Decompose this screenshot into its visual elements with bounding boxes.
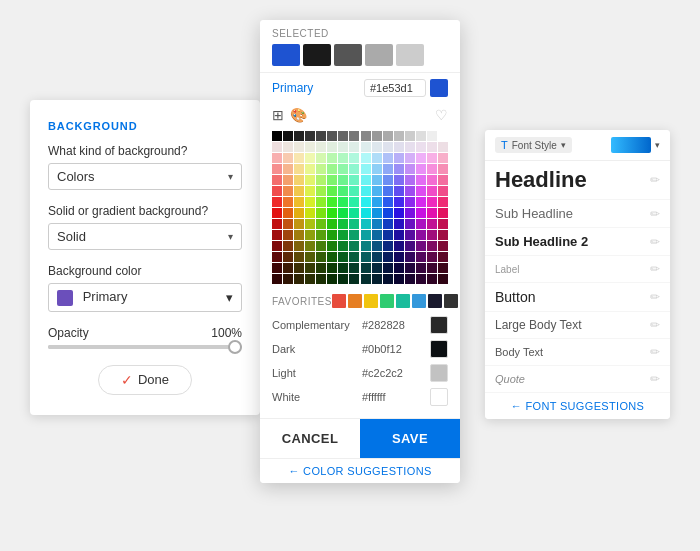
color-cell[interactable]	[294, 175, 304, 185]
color-cell[interactable]	[383, 186, 393, 196]
color-cell[interactable]	[316, 252, 326, 262]
color-cell[interactable]	[327, 252, 337, 262]
color-cell[interactable]	[427, 219, 437, 229]
color-cell[interactable]	[427, 153, 437, 163]
save-button[interactable]: SAVE	[360, 419, 460, 458]
color-cell[interactable]	[383, 230, 393, 240]
color-cell[interactable]	[416, 142, 426, 152]
color-cell[interactable]	[283, 142, 293, 152]
color-cell[interactable]	[283, 175, 293, 185]
done-button[interactable]: ✓ Done	[98, 365, 192, 395]
cancel-button[interactable]: CANCEL	[260, 419, 360, 458]
fav-blue[interactable]	[412, 294, 426, 308]
color-cell[interactable]	[272, 175, 282, 185]
color-cell[interactable]	[338, 219, 348, 229]
color-cell[interactable]	[294, 186, 304, 196]
heart-icon[interactable]: ♡	[435, 107, 448, 123]
color-cell[interactable]	[316, 175, 326, 185]
color-cell[interactable]	[349, 241, 359, 251]
color-cell[interactable]	[383, 142, 393, 152]
color-cell[interactable]	[305, 252, 315, 262]
color-cell[interactable]	[427, 208, 437, 218]
color-cell[interactable]	[327, 186, 337, 196]
color-cell[interactable]	[438, 153, 448, 163]
color-cell[interactable]	[427, 142, 437, 152]
opacity-slider[interactable]	[48, 345, 242, 349]
color-cell[interactable]	[338, 153, 348, 163]
color-cell[interactable]	[405, 186, 415, 196]
color-cell[interactable]	[294, 153, 304, 163]
hex-input[interactable]	[364, 79, 426, 97]
color-cell[interactable]	[327, 230, 337, 240]
color-cell[interactable]	[394, 131, 404, 141]
color-cell[interactable]	[283, 197, 293, 207]
color-cell[interactable]	[405, 230, 415, 240]
color-cell[interactable]	[361, 208, 371, 218]
color-cell[interactable]	[283, 230, 293, 240]
color-cell[interactable]	[316, 153, 326, 163]
color-cell[interactable]	[383, 175, 393, 185]
color-cell[interactable]	[427, 175, 437, 185]
color-cell[interactable]	[349, 142, 359, 152]
color-cell[interactable]	[361, 274, 371, 284]
color-cell[interactable]	[394, 186, 404, 196]
color-cell[interactable]	[305, 164, 315, 174]
color-cell[interactable]	[305, 263, 315, 273]
color-cell[interactable]	[294, 252, 304, 262]
color-cell[interactable]	[438, 175, 448, 185]
color-cell[interactable]	[383, 219, 393, 229]
color-cell[interactable]	[294, 208, 304, 218]
color-cell[interactable]	[349, 252, 359, 262]
color-cell[interactable]	[294, 142, 304, 152]
color-cell[interactable]	[416, 263, 426, 273]
color-cell[interactable]	[372, 186, 382, 196]
color-cell[interactable]	[383, 208, 393, 218]
color-cell[interactable]	[272, 274, 282, 284]
color-cell[interactable]	[305, 241, 315, 251]
color-cell[interactable]	[394, 263, 404, 273]
color-cell[interactable]	[383, 131, 393, 141]
color-cell[interactable]	[327, 153, 337, 163]
color-cell[interactable]	[405, 241, 415, 251]
color-cell[interactable]	[405, 131, 415, 141]
bg-type-select[interactable]: Colors ▾	[48, 163, 242, 190]
color-cell[interactable]	[405, 208, 415, 218]
color-cell[interactable]	[283, 208, 293, 218]
color-cell[interactable]	[316, 274, 326, 284]
color-cell[interactable]	[416, 208, 426, 218]
swatch-gray[interactable]	[365, 44, 393, 66]
color-cell[interactable]	[438, 131, 448, 141]
edit-large-body-icon[interactable]: ✏	[650, 318, 660, 332]
color-cell[interactable]	[349, 164, 359, 174]
color-cell[interactable]	[272, 252, 282, 262]
color-cell[interactable]	[294, 164, 304, 174]
edit-subheadline2-icon[interactable]: ✏	[650, 235, 660, 249]
edit-label-icon[interactable]: ✏	[650, 262, 660, 276]
color-cell[interactable]	[327, 208, 337, 218]
color-cell[interactable]	[372, 274, 382, 284]
color-cell[interactable]	[438, 164, 448, 174]
fav-orange[interactable]	[348, 294, 362, 308]
color-cell[interactable]	[361, 186, 371, 196]
color-cell[interactable]	[372, 219, 382, 229]
color-suggestions-link[interactable]: ← COLOR SUGGESTIONS	[260, 458, 460, 483]
color-cell[interactable]	[405, 252, 415, 262]
color-cell[interactable]	[272, 230, 282, 240]
color-cell[interactable]	[316, 208, 326, 218]
edit-subheadline-icon[interactable]: ✏	[650, 207, 660, 221]
color-cell[interactable]	[383, 241, 393, 251]
color-cell[interactable]	[361, 241, 371, 251]
font-color-swatch[interactable]	[611, 137, 651, 153]
color-cell[interactable]	[338, 274, 348, 284]
color-cell[interactable]	[305, 219, 315, 229]
primary-color-preview[interactable]	[430, 79, 448, 97]
color-cell[interactable]	[349, 131, 359, 141]
color-cell[interactable]	[394, 241, 404, 251]
color-cell[interactable]	[405, 219, 415, 229]
color-cell[interactable]	[316, 186, 326, 196]
color-cell[interactable]	[372, 131, 382, 141]
color-cell[interactable]	[305, 175, 315, 185]
color-cell[interactable]	[416, 186, 426, 196]
color-cell[interactable]	[405, 274, 415, 284]
color-cell[interactable]	[272, 164, 282, 174]
